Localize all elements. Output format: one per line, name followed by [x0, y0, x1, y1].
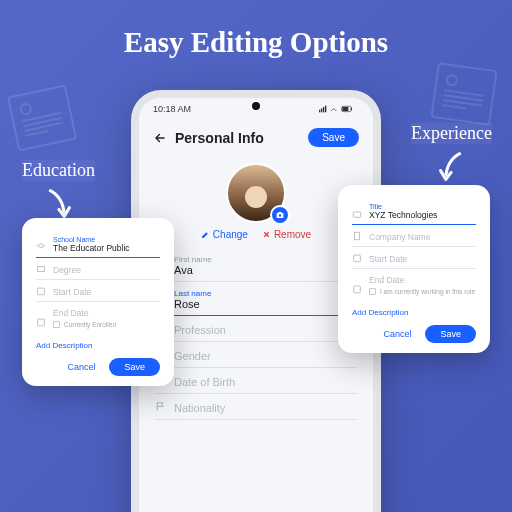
- field-title[interactable]: TitleXYZ Technologies: [352, 197, 476, 225]
- back-icon[interactable]: [153, 131, 167, 145]
- briefcase-icon: [352, 209, 362, 219]
- close-icon: [262, 230, 271, 239]
- callout-education: Education: [22, 160, 95, 227]
- svg-rect-17: [354, 255, 361, 262]
- checkbox-enrolled[interactable]: Currently Enrolled: [53, 321, 160, 328]
- save-button[interactable]: Save: [308, 128, 359, 147]
- field-degree[interactable]: Degree: [36, 258, 160, 280]
- callout-label: Education: [22, 160, 95, 181]
- callout-label: Experience: [411, 123, 492, 144]
- field-last-name[interactable]: Last nameRose: [155, 282, 357, 316]
- field-end-date[interactable]: End Date Currently Enrolled: [36, 302, 160, 332]
- svg-rect-5: [342, 107, 348, 111]
- calendar-icon: [36, 286, 46, 296]
- bg-doc-icon: [430, 62, 497, 126]
- flag-icon: [155, 401, 166, 412]
- field-start-date[interactable]: Start Date: [36, 280, 160, 302]
- change-link[interactable]: Change: [201, 229, 248, 240]
- camera-badge[interactable]: [270, 205, 290, 225]
- screen-header: Personal Info Save: [139, 120, 373, 155]
- calendar-icon: [36, 317, 46, 327]
- field-gender[interactable]: Gender: [155, 342, 357, 368]
- status-icons: [319, 105, 359, 113]
- school-icon: [36, 242, 46, 252]
- field-start-date[interactable]: Start Date: [352, 247, 476, 269]
- field-profession[interactable]: Profession: [155, 316, 357, 342]
- arrow-icon: [430, 146, 474, 190]
- checkbox-working[interactable]: I am currently working in this role: [369, 288, 476, 295]
- save-button[interactable]: Save: [425, 325, 476, 343]
- svg-rect-12: [38, 267, 45, 272]
- svg-rect-1: [321, 108, 322, 112]
- svg-rect-14: [38, 319, 45, 326]
- svg-rect-0: [319, 110, 320, 113]
- add-description-link[interactable]: Add Description: [352, 308, 476, 317]
- svg-rect-18: [354, 286, 361, 293]
- save-button[interactable]: Save: [109, 358, 160, 376]
- education-card: School NameThe Educator Public Degree St…: [22, 218, 174, 386]
- field-company[interactable]: Company Name: [352, 225, 476, 247]
- field-school-name[interactable]: School NameThe Educator Public: [36, 230, 160, 258]
- field-dob[interactable]: Date of Birth: [155, 368, 357, 394]
- field-nationality[interactable]: Nationality: [155, 394, 357, 420]
- svg-rect-6: [351, 108, 352, 111]
- cancel-button[interactable]: Cancel: [59, 358, 103, 376]
- pencil-icon: [201, 230, 210, 239]
- add-description-link[interactable]: Add Description: [36, 341, 160, 350]
- calendar-icon: [352, 284, 362, 294]
- svg-rect-15: [353, 212, 361, 217]
- building-icon: [352, 231, 362, 241]
- svg-rect-2: [323, 107, 324, 112]
- svg-rect-13: [38, 288, 45, 295]
- status-time: 10:18 AM: [153, 104, 191, 114]
- cancel-button[interactable]: Cancel: [375, 325, 419, 343]
- page-title: Easy Editing Options: [0, 0, 512, 59]
- degree-icon: [36, 264, 46, 274]
- experience-card: TitleXYZ Technologies Company Name Start…: [338, 185, 490, 353]
- callout-experience: Experience: [411, 123, 492, 190]
- field-end-date[interactable]: End Date I am currently working in this …: [352, 269, 476, 299]
- status-bar: 10:18 AM: [139, 98, 373, 120]
- remove-link[interactable]: Remove: [262, 229, 311, 240]
- calendar-icon: [352, 253, 362, 263]
- bg-doc-icon: [7, 84, 77, 151]
- screen-title: Personal Info: [175, 130, 264, 146]
- svg-rect-3: [325, 106, 326, 113]
- svg-rect-16: [355, 232, 360, 240]
- field-first-name[interactable]: First nameAva: [155, 248, 357, 282]
